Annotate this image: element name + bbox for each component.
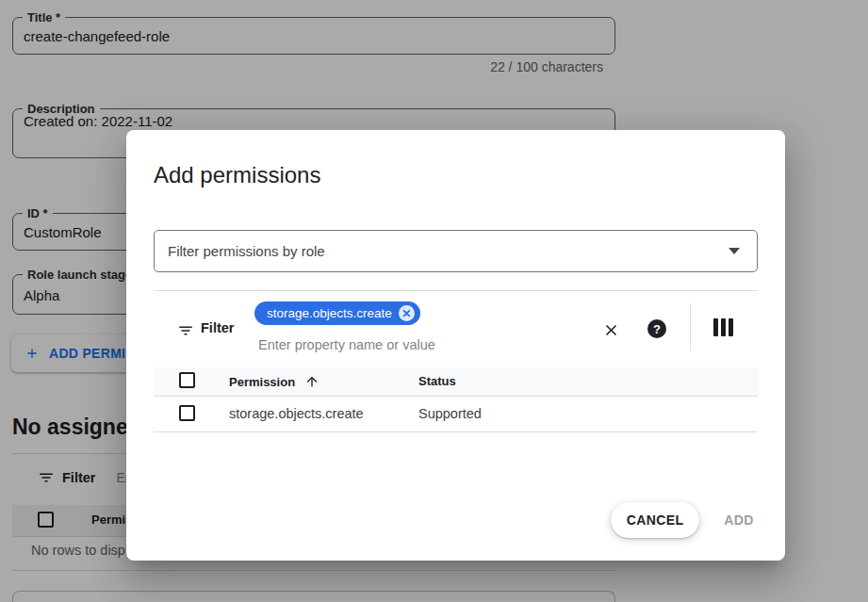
select-all-checkbox[interactable] bbox=[179, 372, 195, 388]
sort-ascending-icon bbox=[304, 374, 319, 389]
help-button[interactable]: ? bbox=[647, 318, 667, 339]
filter-chip[interactable]: storage.objects.create ✕ bbox=[254, 301, 420, 325]
clear-filter-button[interactable] bbox=[600, 319, 621, 340]
row-checkbox[interactable] bbox=[179, 405, 195, 421]
table-row[interactable]: storage.objects.create Supported bbox=[154, 397, 758, 432]
filter-input[interactable]: Enter property name or value bbox=[258, 337, 435, 352]
row-permission-cell: storage.objects.create bbox=[229, 406, 364, 421]
status-column-header[interactable]: Status bbox=[418, 374, 456, 388]
chip-remove-icon[interactable]: ✕ bbox=[399, 305, 415, 321]
row-status-cell: Supported bbox=[418, 406, 482, 421]
dialog-title: Add permissions bbox=[154, 162, 320, 188]
divider bbox=[154, 290, 758, 291]
column-display-button[interactable] bbox=[713, 318, 733, 336]
cancel-button[interactable]: CANCEL bbox=[611, 502, 699, 538]
chevron-down-icon bbox=[729, 248, 740, 254]
close-icon bbox=[602, 321, 620, 339]
filter-chip-label: storage.objects.create bbox=[267, 306, 392, 320]
help-icon: ? bbox=[647, 319, 666, 338]
create-role-page: Title * create-changefeed-role 22 / 100 … bbox=[0, 0, 868, 602]
add-permissions-dialog: Add permissions Filter permissions by ro… bbox=[126, 130, 785, 561]
permissions-table-header: Permission Status bbox=[154, 367, 758, 397]
filter-label: Filter bbox=[201, 320, 234, 335]
toolbar-divider bbox=[690, 303, 691, 350]
role-filter-dropdown-value: Filter permissions by role bbox=[168, 243, 729, 259]
add-button[interactable]: ADD bbox=[711, 502, 767, 538]
columns-icon bbox=[713, 318, 718, 336]
role-filter-dropdown[interactable]: Filter permissions by role bbox=[154, 230, 758, 272]
filter-icon bbox=[177, 322, 194, 339]
permission-column-header[interactable]: Permission bbox=[229, 374, 319, 389]
